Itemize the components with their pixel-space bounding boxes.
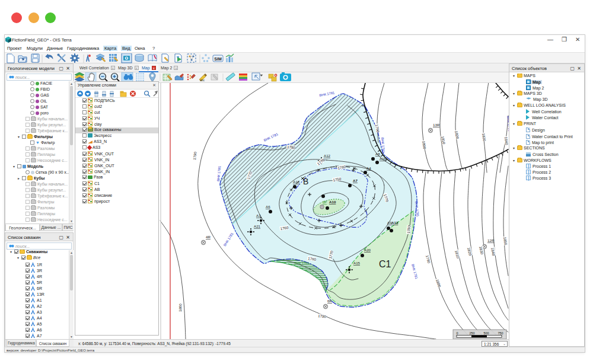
svg-text:A3: A3: [256, 213, 261, 218]
svg-text:A18: A18: [293, 180, 300, 184]
svg-text:A6: A6: [266, 205, 270, 209]
svg-text:A21: A21: [254, 224, 261, 228]
svg-text:13R: 13R: [433, 123, 440, 127]
svg-text:A16: A16: [380, 157, 387, 161]
svg-text:4R: 4R: [206, 235, 211, 239]
svg-text:A13: A13: [391, 221, 398, 225]
svg-text:SIM: SIM: [214, 57, 222, 61]
svg-text:A12: A12: [324, 154, 331, 158]
svg-text:C1: C1: [379, 259, 391, 269]
svg-text:ГНК 1781: ГНК 1781: [295, 261, 309, 265]
svg-text:12R: 12R: [487, 238, 495, 242]
svg-text:abc: abc: [200, 78, 205, 82]
svg-text:A4: A4: [366, 166, 371, 170]
svg-text:1800: 1800: [178, 303, 183, 312]
svg-text:1780: 1780: [287, 145, 296, 149]
svg-text:A15: A15: [353, 261, 361, 265]
svg-text:A10: A10: [329, 200, 336, 204]
svg-text:750: 750: [498, 331, 503, 335]
svg-text:1790: 1790: [318, 314, 327, 318]
svg-text:A7: A7: [353, 178, 358, 183]
svg-text:6R: 6R: [327, 299, 332, 303]
svg-text:A20: A20: [364, 248, 371, 252]
svg-text:3P: 3P: [323, 200, 327, 204]
svg-text:1780: 1780: [406, 225, 411, 234]
svg-text:A8: A8: [375, 152, 380, 156]
svg-text:B: B: [303, 177, 308, 186]
svg-text:0: 0: [456, 331, 458, 335]
svg-text:500: 500: [483, 331, 489, 335]
svg-text:250: 250: [469, 331, 474, 335]
